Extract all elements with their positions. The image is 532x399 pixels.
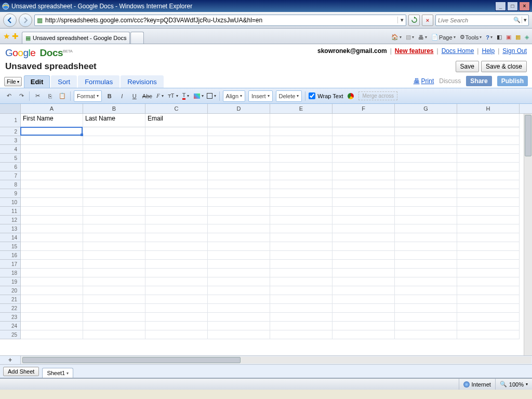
- cell[interactable]: [145, 242, 208, 251]
- cell[interactable]: [21, 277, 83, 286]
- back-button[interactable]: [3, 14, 17, 27]
- cell[interactable]: [457, 189, 520, 198]
- cell[interactable]: Last Name: [83, 114, 145, 127]
- cell[interactable]: [395, 242, 457, 251]
- row-header[interactable]: 6: [0, 163, 21, 171]
- cell[interactable]: [270, 295, 332, 304]
- cell[interactable]: [145, 330, 208, 339]
- column-header[interactable]: B: [83, 104, 145, 113]
- cell[interactable]: [208, 189, 270, 198]
- font-size-button[interactable]: ᴛT▾: [168, 90, 178, 102]
- cell[interactable]: [208, 242, 270, 251]
- cell[interactable]: First Name: [21, 114, 83, 127]
- cell[interactable]: [145, 277, 208, 286]
- cell[interactable]: [270, 286, 332, 295]
- cell[interactable]: [145, 295, 208, 304]
- cell[interactable]: [395, 171, 457, 180]
- cell[interactable]: [270, 216, 332, 224]
- cell[interactable]: [395, 180, 457, 189]
- cell[interactable]: [395, 277, 457, 286]
- cell[interactable]: [395, 233, 457, 242]
- cell[interactable]: [457, 269, 520, 277]
- cell[interactable]: [208, 171, 270, 180]
- window-minimize-button[interactable]: _: [495, 2, 506, 11]
- cell[interactable]: [21, 251, 83, 260]
- row-header[interactable]: 18: [0, 269, 21, 277]
- cell[interactable]: [208, 233, 270, 242]
- cell[interactable]: [208, 180, 270, 189]
- cell[interactable]: [332, 251, 395, 260]
- cell[interactable]: [332, 260, 395, 269]
- cell[interactable]: [83, 163, 145, 171]
- cell[interactable]: [457, 304, 520, 313]
- cell[interactable]: [145, 207, 208, 216]
- cell[interactable]: [457, 286, 520, 295]
- cell[interactable]: [457, 242, 520, 251]
- sheet-tab-active[interactable]: Sheet1▾: [42, 368, 73, 378]
- cell[interactable]: [21, 207, 83, 216]
- cell[interactable]: [83, 189, 145, 198]
- cell[interactable]: [21, 198, 83, 207]
- wrap-checkbox[interactable]: [309, 92, 315, 99]
- print-link[interactable]: 🖶Print: [414, 77, 434, 85]
- cell[interactable]: [145, 198, 208, 207]
- cell[interactable]: [457, 251, 520, 260]
- cell[interactable]: [395, 313, 457, 322]
- cell[interactable]: [395, 304, 457, 313]
- row-header[interactable]: 12: [0, 216, 21, 224]
- cell[interactable]: [208, 295, 270, 304]
- window-maximize-button[interactable]: □: [507, 2, 518, 11]
- address-input[interactable]: [44, 17, 397, 24]
- save-close-button[interactable]: Save & close: [481, 61, 527, 72]
- cell[interactable]: [457, 114, 520, 127]
- cell[interactable]: [457, 216, 520, 224]
- cell[interactable]: [21, 295, 83, 304]
- cell[interactable]: [457, 330, 520, 339]
- cell[interactable]: [395, 251, 457, 260]
- cell[interactable]: [270, 189, 332, 198]
- toolbar-ext2[interactable]: ▣: [506, 34, 511, 41]
- strike-button[interactable]: Abc: [142, 90, 152, 102]
- cell[interactable]: [21, 313, 83, 322]
- cell[interactable]: [21, 145, 83, 154]
- signout-link[interactable]: Sign Out: [502, 47, 527, 55]
- cell[interactable]: [208, 224, 270, 233]
- cell[interactable]: [145, 313, 208, 322]
- cell[interactable]: [395, 269, 457, 277]
- row-header[interactable]: 17: [0, 260, 21, 269]
- tab-edit[interactable]: Edit: [24, 75, 50, 88]
- cell[interactable]: [145, 251, 208, 260]
- tab-formulas[interactable]: Formulas: [78, 75, 119, 88]
- home-button[interactable]: 🏠▾: [391, 34, 402, 41]
- cell[interactable]: [270, 171, 332, 180]
- row-header[interactable]: 25: [0, 330, 21, 339]
- cell[interactable]: [332, 233, 395, 242]
- cell[interactable]: [208, 269, 270, 277]
- row-header[interactable]: 3: [0, 136, 21, 145]
- cell[interactable]: [21, 330, 83, 339]
- cell[interactable]: [83, 145, 145, 154]
- cell[interactable]: [145, 163, 208, 171]
- cell[interactable]: [21, 127, 83, 136]
- cell[interactable]: [145, 304, 208, 313]
- cell[interactable]: [21, 154, 83, 163]
- cell[interactable]: [270, 224, 332, 233]
- row-header[interactable]: 1: [0, 114, 21, 127]
- search-input[interactable]: [436, 17, 512, 23]
- cell[interactable]: [332, 322, 395, 330]
- cell[interactable]: [270, 322, 332, 330]
- cell[interactable]: [270, 251, 332, 260]
- cell[interactable]: [208, 127, 270, 136]
- print-button[interactable]: 🖶▾: [418, 34, 427, 41]
- cell[interactable]: [332, 304, 395, 313]
- cell[interactable]: [145, 136, 208, 145]
- column-header[interactable]: G: [395, 104, 457, 113]
- text-color-button[interactable]: T▾: [181, 90, 191, 102]
- browser-new-tab[interactable]: [130, 32, 144, 44]
- cell[interactable]: [83, 322, 145, 330]
- cell[interactable]: [332, 277, 395, 286]
- cell[interactable]: [208, 313, 270, 322]
- cell[interactable]: [208, 198, 270, 207]
- cell[interactable]: [332, 127, 395, 136]
- address-dropdown[interactable]: ▾: [397, 17, 406, 23]
